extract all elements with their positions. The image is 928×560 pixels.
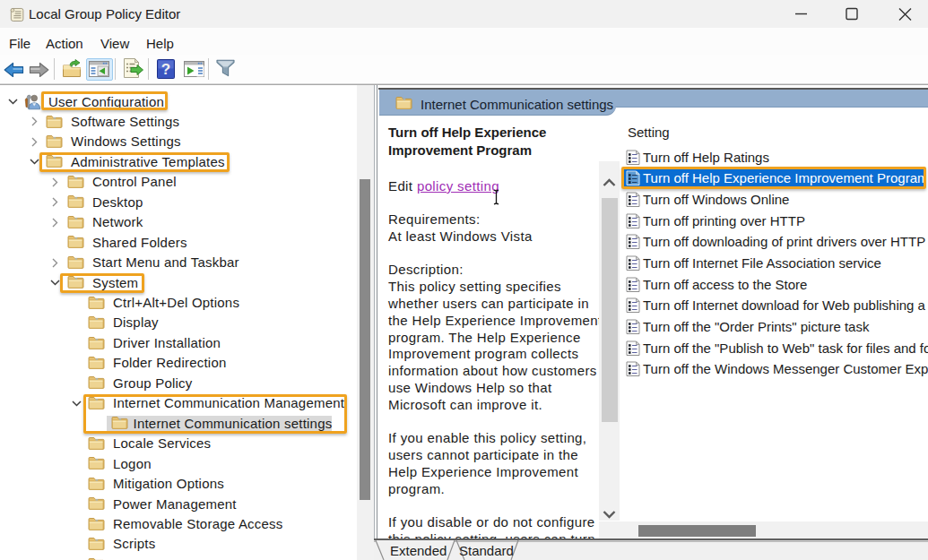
svg-text:?: ? xyxy=(161,61,170,78)
